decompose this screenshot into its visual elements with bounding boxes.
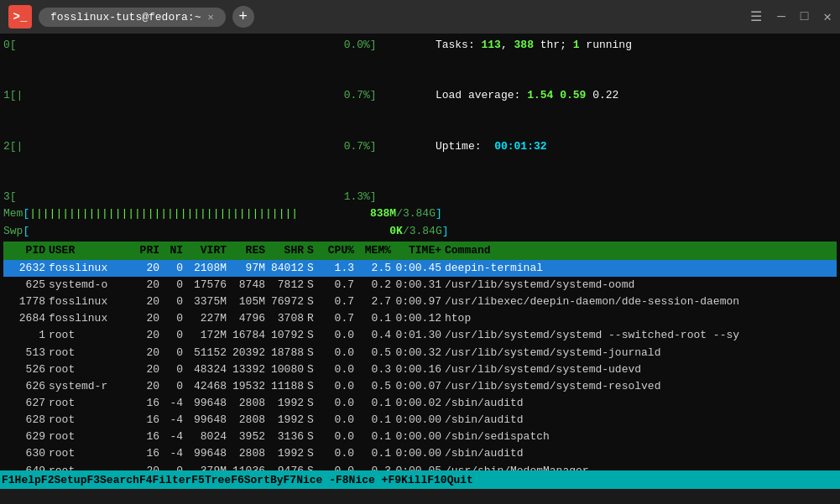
cell-shr: 84012 [265, 260, 304, 277]
win-minimize-button[interactable]: — [777, 9, 785, 24]
cpu2-line: 2[| 0.7%] Uptime: 00:01:32 [3, 138, 837, 189]
table-row[interactable]: 649root200379M110369476S0.00.30:00.05/us… [3, 463, 837, 470]
shortcut-f4[interactable]: F4Filter [139, 474, 191, 486]
cpu2-bar: 2[| 0.7%] [3, 138, 377, 189]
cell-res: 8748 [227, 277, 265, 294]
cell-cpu: 1.3 [317, 260, 354, 277]
cell-pid: 513 [7, 345, 45, 361]
cell-virt: 8024 [183, 429, 227, 445]
table-row[interactable]: 626systemd-r200424681953211188S0.00.50:0… [3, 378, 837, 395]
table-rows: 2632fosslinux2002108M97M84012S1.32.50:00… [3, 260, 837, 470]
cell-pid: 625 [7, 277, 45, 294]
cell-virt: 51152 [183, 345, 227, 361]
table-row[interactable]: 513root200511522039218788S0.00.50:00.32/… [3, 345, 837, 361]
cell-ni: 0 [159, 294, 183, 310]
tasks-thr: 388 [514, 37, 534, 87]
cell-res: 3952 [227, 429, 265, 445]
cpu0-bar: 0[ 0.0%] [3, 37, 377, 87]
shortcut-f7[interactable]: F7Nice - [284, 474, 336, 486]
cell-cmd: /sbin/auditd [441, 412, 524, 429]
table-row[interactable]: 1778fosslinux2003375M105M76972S0.72.70:0… [3, 294, 837, 310]
cell-cmd: /usr/lib/systemd/systemd-oomd [441, 277, 634, 294]
shortcut-f3[interactable]: F3Search [86, 474, 138, 486]
cell-cpu: 0.7 [317, 277, 354, 294]
cell-mem: 0.1 [354, 429, 391, 445]
header-shr: SHR [265, 242, 304, 259]
cell-cpu: 0.0 [317, 345, 354, 361]
table-header: PID USER PRI NI VIRT RES SHR S CPU% MEM%… [3, 242, 837, 260]
cell-s: S [304, 412, 317, 429]
cell-shr: 11188 [265, 378, 304, 395]
win-close-button[interactable]: ✕ [823, 8, 832, 25]
shortcut-f2[interactable]: F2Setup [41, 474, 87, 486]
cell-pid: 2684 [7, 310, 45, 327]
table-row[interactable]: 526root200483241339210080S0.00.30:00.16/… [3, 361, 837, 378]
tasks-thr-label: thr; [534, 37, 573, 87]
cell-pri: 20 [129, 463, 159, 470]
cell-cmd: deepin-terminal [441, 260, 543, 277]
cell-pid: 2632 [7, 260, 45, 277]
cell-pid: 649 [7, 463, 45, 470]
cell-s: S [304, 395, 317, 412]
cell-time: 0:00.00 [391, 412, 441, 429]
shortcut-f5[interactable]: F5Tree [191, 474, 231, 486]
cell-cpu: 0.7 [317, 294, 354, 310]
cell-res: 2808 [227, 395, 265, 412]
cell-pri: 20 [129, 345, 159, 361]
win-menu-button[interactable]: ☰ [750, 8, 762, 25]
table-row[interactable]: 2632fosslinux2002108M97M84012S1.32.50:00… [3, 260, 837, 277]
cell-user: root [45, 463, 129, 470]
shortcut-f10[interactable]: F10Quit [427, 474, 473, 486]
mem-line: Mem[||||||||||||||||||||||||||||||||||||… [3, 205, 837, 222]
new-tab-button[interactable]: + [232, 6, 254, 28]
cell-cmd: /usr/lib/systemd/systemd-journald [441, 345, 660, 361]
cell-pri: 16 [129, 445, 159, 462]
cell-pri: 20 [129, 361, 159, 378]
cell-cmd: /sbin/auditd [441, 445, 524, 462]
shortcut-f6[interactable]: F6SortBy [231, 474, 283, 486]
win-restore-button[interactable]: □ [801, 9, 809, 24]
cell-pid: 627 [7, 395, 45, 412]
active-tab[interactable]: fosslinux-tuts@fedora:~ ✕ [39, 8, 226, 27]
tab-close-button[interactable]: ✕ [207, 11, 213, 23]
cell-cpu: 0.0 [317, 327, 354, 344]
table-row[interactable]: 2684fosslinux200227M47963708R0.70.10:00.… [3, 310, 837, 327]
shortcut-f9[interactable]: F9Kill [388, 474, 427, 486]
stats-section: 0[ 0.0%] Tasks: 113 , 388 thr; 1 running… [3, 37, 837, 240]
load-5: 0.59 [560, 87, 586, 138]
cpu3-line: 3[ 1.3%] [3, 189, 837, 205]
cell-pri: 20 [129, 260, 159, 277]
cell-ni: -4 [159, 429, 183, 445]
cell-mem: 0.3 [354, 361, 391, 378]
swp-label: Swp [3, 223, 23, 240]
table-row[interactable]: 1root200172M1678410792S0.00.40:01.30/usr… [3, 327, 837, 344]
cell-time: 0:00.02 [391, 395, 441, 412]
cell-virt: 42468 [183, 378, 227, 395]
cell-shr: 18788 [265, 345, 304, 361]
table-row[interactable]: 625systemd-o2001757687487812S0.70.20:00.… [3, 277, 837, 294]
shortcut-f1[interactable]: F1Help [2, 474, 41, 486]
uptime-value: 00:01:32 [494, 138, 546, 189]
shortcut-f8[interactable]: F8Nice + [336, 474, 388, 486]
cell-cpu: 0.0 [317, 463, 354, 470]
cell-time: 0:00.16 [391, 361, 441, 378]
tasks-label: Tasks: [436, 37, 482, 87]
cell-cmd: /usr/lib/systemd/systemd --switched-root… [441, 327, 739, 344]
cell-shr: 1992 [265, 395, 304, 412]
table-row[interactable]: 627root16-49964828081992S0.00.10:00.02/s… [3, 395, 837, 412]
cell-cmd: htop [441, 310, 471, 327]
tasks-comma: , [501, 37, 514, 87]
cell-user: systemd-r [45, 378, 129, 395]
cell-user: systemd-o [45, 277, 129, 294]
table-row[interactable]: 630root16-49964828081992S0.00.10:00.00/s… [3, 445, 837, 462]
table-row[interactable]: 629root16-4802439523136S0.00.10:00.00/sb… [3, 429, 837, 445]
cell-cpu: 0.0 [317, 412, 354, 429]
cell-user: root [45, 395, 129, 412]
cell-mem: 0.5 [354, 345, 391, 361]
cell-ni: -4 [159, 445, 183, 462]
tasks-running-label: running [580, 37, 632, 87]
header-virt: VIRT [183, 242, 227, 259]
table-row[interactable]: 628root16-49964828081992S0.00.10:00.00/s… [3, 412, 837, 429]
cell-pid: 526 [7, 361, 45, 378]
cell-res: 11036 [227, 463, 265, 470]
